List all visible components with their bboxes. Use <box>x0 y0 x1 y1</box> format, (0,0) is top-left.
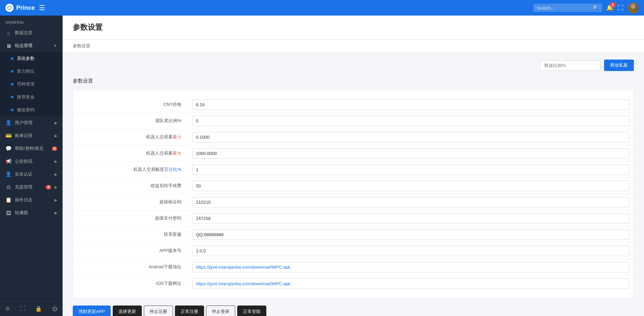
input-transfer-fee[interactable] <box>192 181 629 191</box>
search-input[interactable] <box>537 5 591 10</box>
expand-button[interactable]: ⛶ <box>618 4 624 12</box>
form-row-robot-pct: 机器人交易幅度百分比% <box>73 162 634 178</box>
lock-icon[interactable]: 🔒 <box>35 306 42 312</box>
sidebar-label-sys-params: 系统参数 <box>17 55 57 62</box>
sidebar-bottom: ⚙ ⛶ 🔒 ⏻ <box>0 301 63 316</box>
page-title: 参数设置 <box>73 22 634 32</box>
input-super-pay-pwd[interactable] <box>192 213 629 224</box>
svg-point-0 <box>631 4 636 9</box>
form-row-ios-url: IOS下载网址 <box>73 275 634 292</box>
sidebar-label-carousel: 轮播图 <box>15 210 51 216</box>
chevron-right-icon: ▶ <box>54 121 57 125</box>
sidebar-item-operation-log[interactable]: 📋 操作日志 ▶ <box>0 194 63 206</box>
form-section-title: 参数设置 <box>73 78 634 84</box>
value-robot-pct <box>188 162 634 178</box>
topbar-right: 🔍 🔔 0 ⛶ <box>533 2 639 13</box>
input-robot-pct[interactable] <box>192 164 629 175</box>
sidebar-item-announcements[interactable]: 📢 公告快讯 ▶ <box>0 155 63 168</box>
force-update-btn[interactable]: 强制更新APP <box>73 306 111 316</box>
help-badge: 0 <box>52 146 57 151</box>
value-team-bonus <box>188 113 634 129</box>
form-row-android-url: Android下载地址 <box>73 259 634 275</box>
sidebar-item-help-msg[interactable]: 💬 帮助/资料/留言 0 <box>0 142 63 155</box>
sidebar-label-operation-log: 操作日志 <box>15 197 51 203</box>
breadcrumb-text: 参数设置 <box>73 43 90 48</box>
form-row-app-version: APP版本号 <box>73 243 634 259</box>
release-btn[interactable]: 释放私募 <box>604 60 634 71</box>
sidebar-item-currency[interactable]: 币种管理 <box>0 78 63 91</box>
input-android-url[interactable] <box>192 262 629 272</box>
sidebar-section-title: GENERAL <box>0 16 63 26</box>
chevron-right-icon: ▶ <box>54 134 57 138</box>
scale-icon: ⚖ <box>5 184 12 190</box>
form-row-team-bonus: 团队奖比例% <box>73 113 634 129</box>
avatar[interactable] <box>628 2 639 13</box>
input-team-bonus[interactable] <box>192 116 629 126</box>
input-cny[interactable] <box>192 99 629 110</box>
sidebar-label-user-manage: 用户管理 <box>15 120 51 126</box>
sidebar-sub-site: 系统参数 算力档位 币种管理 推荐奖金 修改密码 <box>0 52 63 116</box>
sidebar-item-carousel[interactable]: 🖼 轮播图 ▶ <box>0 206 63 219</box>
sidebar: GENERAL ⌂ 数据总览 🖥 站点管理 ▼ 系统参数 算力档位 币种管理 <box>0 16 63 316</box>
user-icon: 👤 <box>5 120 12 126</box>
input-ios-url[interactable] <box>192 278 629 289</box>
label-ios-url: IOS下载网址 <box>73 277 188 290</box>
app-logo: Prince <box>5 4 35 12</box>
input-customer-service[interactable] <box>192 229 629 240</box>
power-icon[interactable]: ⏻ <box>52 306 58 312</box>
sidebar-label-recharge: 充提管理 <box>15 184 42 190</box>
topbar-left: Prince ☰ <box>5 4 45 12</box>
input-app-version[interactable] <box>192 246 629 256</box>
sidebar-item-site-manage[interactable]: 🖥 站点管理 ▼ <box>0 39 63 52</box>
sidebar-item-referral[interactable]: 推荐奖金 <box>0 91 63 104</box>
image-icon: 🖼 <box>5 210 12 216</box>
form-row-cny: CNY价格 <box>73 97 634 113</box>
sidebar-label-account-records: 账单记录 <box>15 133 51 139</box>
sidebar-item-change-pwd[interactable]: 修改密码 <box>0 104 63 116</box>
stop-login-btn[interactable]: 停止登录 <box>206 306 235 316</box>
sidebar-item-dashboard[interactable]: ⌂ 数据总览 <box>0 26 63 39</box>
normal-register-btn[interactable]: 正常注册 <box>175 306 204 316</box>
sidebar-item-sys-params[interactable]: 系统参数 <box>0 52 63 65</box>
hamburger-button[interactable]: ☰ <box>39 4 45 12</box>
chevron-right-icon: ▶ <box>54 159 57 164</box>
value-cny <box>188 97 634 113</box>
stop-register-btn[interactable]: 停止注册 <box>144 306 173 316</box>
chevron-right-icon: ▶ <box>54 211 57 215</box>
form-row-robot-min: 机器人交易量最小 <box>73 129 634 145</box>
sidebar-item-real-name[interactable]: 👤 实名认证 ▶ <box>0 168 63 181</box>
sidebar-label-dashboard: 数据总览 <box>15 30 57 36</box>
value-ios-url <box>188 276 634 292</box>
svg-point-1 <box>629 9 637 13</box>
dot-icon <box>11 70 14 73</box>
chevron-down-icon: ▼ <box>53 44 57 48</box>
chevron-right-icon: ▶ <box>54 198 57 202</box>
avatar-image <box>628 2 639 13</box>
sidebar-label-real-name: 实名认证 <box>15 171 51 177</box>
dot-icon <box>11 83 14 86</box>
ratio-input[interactable] <box>540 60 601 71</box>
sidebar-item-account-records[interactable]: 💳 账单记录 ▶ <box>0 129 63 142</box>
home-icon: ⌂ <box>5 30 12 36</box>
input-super-code[interactable] <box>192 197 629 207</box>
logo-icon <box>5 4 14 12</box>
sidebar-item-hashrate[interactable]: 算力档位 <box>0 65 63 78</box>
search-box: 🔍 <box>533 4 602 12</box>
sidebar-item-user-manage[interactable]: 👤 用户管理 ▶ <box>0 116 63 129</box>
normal-login-btn[interactable]: 正常登陆 <box>237 306 266 316</box>
logo-text: Prince <box>16 4 35 12</box>
input-robot-min[interactable] <box>192 132 629 142</box>
dot-icon <box>11 96 14 98</box>
topbar: Prince ☰ 🔍 🔔 0 ⛶ <box>0 0 644 16</box>
sidebar-item-recharge[interactable]: ⚖ 充提管理 0 ▶ <box>0 181 63 194</box>
input-robot-max[interactable] <box>192 148 629 159</box>
select-update-btn[interactable]: 选择更新 <box>113 306 142 316</box>
layout-icon[interactable]: ⛶ <box>20 306 25 312</box>
settings-icon[interactable]: ⚙ <box>5 306 10 312</box>
form-row-customer-service: 联系客服 <box>73 227 634 243</box>
content-area: 参数设置 参数设置 释放私募 参数设置 CNY价格 <box>63 16 644 316</box>
top-action-row: 释放私募 <box>73 60 634 71</box>
notification-button[interactable]: 🔔 0 <box>606 4 614 12</box>
value-customer-service <box>188 227 634 243</box>
search-icon[interactable]: 🔍 <box>593 5 599 10</box>
